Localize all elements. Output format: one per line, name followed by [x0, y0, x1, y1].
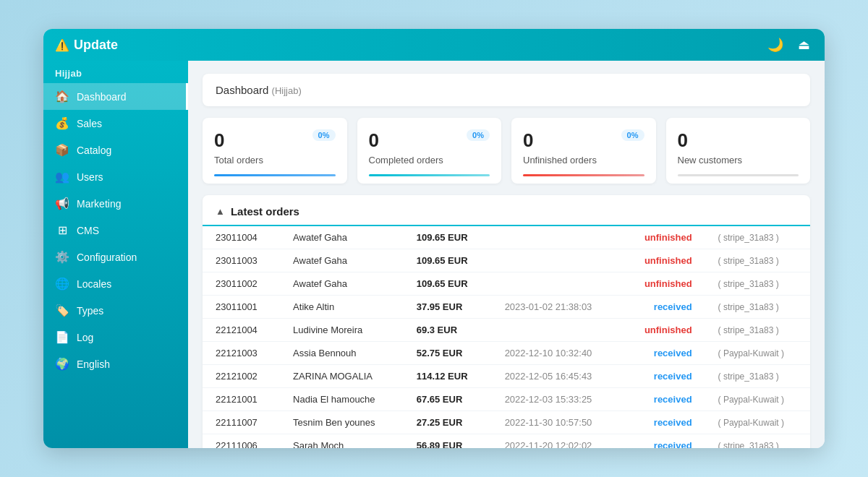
customer-name: Assia Bennouh [280, 342, 404, 365]
order-payment: ( stripe_31a83 ) [705, 365, 810, 388]
sidebar-item-dashboard[interactable]: 🏠 Dashboard [43, 83, 188, 110]
orders-header: ▲ Latest orders [203, 195, 810, 226]
stat-card-top: 0 0% [523, 129, 644, 152]
order-date: 2022-11-30 10:57:50 [492, 411, 621, 434]
stat-number: 0 [214, 129, 224, 152]
order-status: received [621, 296, 705, 319]
logout-icon: ⏏ [798, 37, 810, 53]
stat-label: New customers [678, 155, 799, 166]
sidebar-item-types-label: Types [77, 305, 103, 317]
dashboard-icon: 🏠 [55, 90, 69, 103]
order-status: received [621, 342, 705, 365]
stat-card: 0 0% Total orders [203, 118, 347, 184]
logout-button[interactable]: ⏏ [795, 34, 813, 56]
types-icon: 🏷️ [55, 304, 69, 317]
order-amount: 109.65 EUR [404, 272, 492, 296]
sidebar-section-title: Hijjab [43, 61, 188, 83]
order-date: 2022-12-10 10:32:40 [492, 342, 621, 365]
sidebar-item-log[interactable]: 📄 Log [43, 324, 188, 351]
stat-card-top: 0 [678, 129, 799, 152]
customer-name: ZARINA MOGALIA [280, 365, 404, 388]
orders-panel: ▲ Latest orders 23011004 Awatef Gaha 109… [203, 195, 810, 448]
stat-number: 0 [678, 129, 688, 152]
stat-progress-bar [678, 174, 799, 176]
table-row[interactable]: 23011002 Awatef Gaha 109.65 EUR unfinish… [203, 272, 810, 296]
table-row[interactable]: 22111007 Tesnim Ben younes 27.25 EUR 202… [203, 411, 810, 434]
order-id: 22111007 [203, 411, 280, 434]
sidebar-item-marketing[interactable]: 📢 Marketing [43, 190, 188, 217]
order-date: 2022-11-20 12:02:02 [492, 434, 621, 449]
customer-name: Awatef Gaha [280, 249, 404, 272]
log-icon: 📄 [55, 330, 69, 344]
configuration-icon: ⚙️ [55, 250, 69, 264]
table-row[interactable]: 22111006 Sarah Moch 56.89 EUR 2022-11-20… [203, 434, 810, 449]
sidebar: Hijjab 🏠 Dashboard 💰 Sales 📦 Catalog 👥 U… [43, 61, 188, 448]
stat-card: 0 0% Unfinished orders [511, 118, 656, 184]
order-payment: ( Paypal-Kuwait ) [705, 388, 810, 411]
order-payment: ( stripe_31a83 ) [705, 249, 810, 272]
sidebar-item-dashboard-label: Dashboard [77, 91, 127, 103]
order-payment: ( stripe_31a83 ) [705, 434, 810, 449]
order-id: 22121001 [203, 388, 280, 411]
order-status: unfinished [621, 319, 705, 342]
customer-name: Ludivine Moreira [280, 319, 404, 342]
sidebar-item-configuration[interactable]: ⚙️ Configuration [43, 244, 188, 270]
table-row[interactable]: 23011003 Awatef Gaha 109.65 EUR unfinish… [203, 249, 810, 272]
stat-progress-bar [523, 174, 644, 176]
order-amount: 114.12 EUR [404, 365, 492, 388]
order-date [492, 249, 621, 272]
order-id: 22121003 [203, 342, 280, 365]
order-id: 22121002 [203, 365, 280, 388]
alert-icon: ⚠️ [55, 38, 69, 52]
order-amount: 27.25 EUR [404, 411, 492, 434]
table-row[interactable]: 22121004 Ludivine Moreira 69.3 EUR unfin… [203, 319, 810, 342]
brand-name: Update [74, 38, 118, 53]
stat-card: 0 New customers [666, 118, 811, 184]
customer-name: Nadia El hamouche [280, 388, 404, 411]
dark-mode-button[interactable]: 🌙 [765, 34, 786, 56]
sidebar-item-english[interactable]: 🌍 English [43, 351, 188, 377]
order-id: 23011003 [203, 249, 280, 272]
moon-icon: 🌙 [767, 37, 783, 53]
table-row[interactable]: 22121002 ZARINA MOGALIA 114.12 EUR 2022-… [203, 365, 810, 388]
order-id: 22111006 [203, 434, 280, 449]
sidebar-item-catalog-label: Catalog [77, 145, 111, 156]
sidebar-item-sales[interactable]: 💰 Sales [43, 110, 188, 137]
stat-card-top: 0 0% [214, 129, 336, 152]
stat-card-top: 0 0% [369, 129, 490, 152]
app-window: ⚠️ Update 🌙 ⏏ Hijjab 🏠 Dashboard 💰 Sales [43, 29, 825, 448]
sidebar-item-locales-label: Locales [77, 278, 111, 290]
stat-progress-bar [369, 174, 490, 176]
dashboard-title: Dashboard [216, 84, 268, 96]
table-row[interactable]: 23011004 Awatef Gaha 109.65 EUR unfinish… [203, 226, 810, 249]
stat-badge: 0% [621, 129, 644, 141]
order-date [492, 272, 621, 296]
order-status: received [621, 365, 705, 388]
sidebar-item-users[interactable]: 👥 Users [43, 163, 188, 190]
sidebar-item-cms[interactable]: ⊞ CMS [43, 217, 188, 244]
sidebar-item-catalog[interactable]: 📦 Catalog [43, 137, 188, 163]
shop-name: (Hijjab) [272, 85, 302, 96]
stat-number: 0 [369, 129, 379, 152]
chevron-up-icon: ▲ [216, 206, 225, 217]
sidebar-item-types[interactable]: 🏷️ Types [43, 297, 188, 324]
order-amount: 37.95 EUR [404, 296, 492, 319]
catalog-icon: 📦 [55, 143, 69, 157]
table-row[interactable]: 23011001 Atike Altin 37.95 EUR 2023-01-0… [203, 296, 810, 319]
sidebar-item-log-label: Log [77, 332, 93, 343]
locales-icon: 🌐 [55, 277, 69, 291]
order-amount: 69.3 EUR [404, 319, 492, 342]
stat-label: Unfinished orders [523, 155, 644, 166]
order-amount: 56.89 EUR [404, 434, 492, 449]
order-payment: ( stripe_31a83 ) [705, 319, 810, 342]
customer-name: Atike Altin [280, 296, 404, 319]
table-row[interactable]: 22121003 Assia Bennouh 52.75 EUR 2022-12… [203, 342, 810, 365]
sidebar-item-locales[interactable]: 🌐 Locales [43, 270, 188, 297]
table-row[interactable]: 22121001 Nadia El hamouche 67.65 EUR 202… [203, 388, 810, 411]
order-date [492, 226, 621, 249]
sidebar-item-sales-label: Sales [77, 118, 102, 129]
sales-icon: 💰 [55, 116, 69, 130]
order-status: unfinished [621, 249, 705, 272]
order-payment: ( stripe_31a83 ) [705, 272, 810, 296]
stat-label: Total orders [214, 155, 336, 166]
